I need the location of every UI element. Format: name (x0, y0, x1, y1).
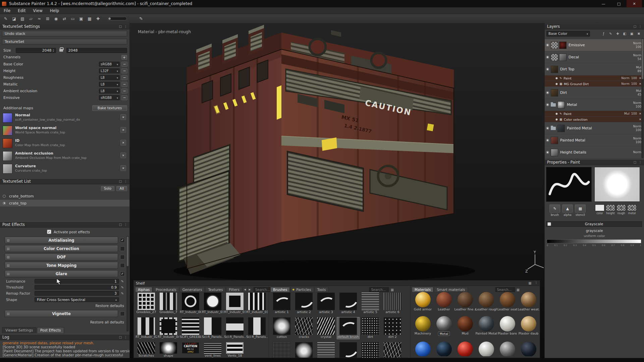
shelf-brush-item[interactable]: default brush (337, 317, 359, 339)
restore-all-defaults-button[interactable]: Restore all defaults (90, 320, 124, 324)
layer-visibility-toggle[interactable] (555, 113, 558, 115)
channel-format-select[interactable]: sRGB8 (99, 62, 120, 67)
grayscale-section-bar[interactable]: Grayscale (546, 221, 642, 227)
toolbar-icon[interactable]: ◪ (10, 15, 18, 22)
remove-effect-button[interactable] (639, 76, 641, 80)
size-spinner[interactable] (53, 49, 54, 52)
shelf-material-item[interactable] (476, 342, 497, 356)
channel-format-select[interactable]: sRGB8 (99, 95, 120, 100)
shelf-brush-item[interactable]: artistic 2 (293, 293, 315, 314)
panel-float-icon[interactable] (119, 223, 122, 226)
brush-stroke-preview[interactable] (546, 167, 592, 202)
shelf-material-item[interactable]: Leather weat... (518, 292, 539, 311)
shelf-alpha-item[interactable]: RT_Industr_042 (157, 317, 179, 339)
toolbar-icon[interactable]: ≈ (36, 15, 43, 22)
textureset-button[interactable]: TextureSet (2, 39, 127, 45)
shelf-material-item[interactable]: Plaster bare (497, 316, 518, 336)
remove-channel-button[interactable] (121, 82, 127, 87)
layer-row[interactable]: ▦ MG Ground Dirt Norm 100 (545, 81, 644, 86)
remove-channel-button[interactable] (121, 62, 127, 67)
map-entry[interactable]: Normal scifi_container_low_crate_top_nor… (0, 112, 129, 125)
shelf-material-item[interactable]: Mud (454, 316, 476, 336)
post-effects-scrollbar[interactable] (126, 236, 129, 331)
shelf-material-item[interactable] (433, 342, 454, 356)
shelf-alpha-item[interactable]: Sci-fi_Panels... (246, 317, 268, 339)
layer-visibility-toggle[interactable] (546, 68, 549, 71)
alpha-tool-button[interactable]: ▲ (562, 204, 573, 213)
clear-map-button[interactable] (120, 140, 126, 145)
textureset-list-header[interactable]: TextureSet List (0, 178, 129, 184)
scrollbar-thumb[interactable] (127, 237, 128, 266)
grayscale-checkbox[interactable] (547, 222, 551, 226)
shelf-brush-item[interactable] (337, 342, 359, 358)
channel-format-select[interactable]: L32F (99, 68, 120, 73)
grayscale-gradient-slider[interactable] (547, 239, 641, 243)
add-channel-button[interactable]: + (121, 55, 127, 60)
maximize-button[interactable]: □ (611, 0, 627, 7)
layer-action-icon[interactable]: ƒ (600, 31, 607, 37)
toolbar-icon[interactable]: ✚ (94, 15, 102, 22)
library-tab[interactable]: Generators (180, 287, 205, 292)
layer-row[interactable]: ✎ Paint Mul 100 (545, 111, 644, 116)
shelf-brush-item[interactable]: crystal (315, 317, 337, 339)
shelf-brush-item[interactable]: artistic 5 (359, 293, 381, 314)
post-effect-checkbox[interactable] (120, 272, 125, 276)
brush-alpha-preview[interactable] (594, 167, 640, 202)
textureset-visibility-icon[interactable] (3, 195, 6, 198)
material-tab[interactable]: Smart materials (434, 287, 468, 292)
layer-visibility-toggle[interactable] (555, 83, 558, 85)
shelf-alpha-item[interactable]: RT_Industr_005 (179, 293, 202, 314)
remove-channel-button[interactable] (121, 68, 127, 73)
material-tab[interactable]: Materials (412, 287, 433, 292)
textureset-visibility-icon[interactable] (3, 202, 6, 205)
textureset-item[interactable]: crate_top (0, 200, 129, 206)
layer-visibility-toggle[interactable] (546, 127, 549, 130)
panel-menu-icon[interactable] (639, 161, 642, 164)
color-channel-toggle[interactable] (595, 204, 604, 211)
post-effect-bar[interactable]: Antialiasing (5, 237, 118, 244)
channel-format-select[interactable]: L8 (99, 82, 120, 87)
menu-item[interactable]: Help (46, 7, 63, 14)
shelf-alpha-item[interactable]: SCIFI_GREEBL... (179, 317, 202, 339)
minimize-button[interactable]: — (596, 0, 611, 7)
shelf-material-item[interactable]: Machinery (412, 316, 433, 336)
edit-parameter-icon[interactable] (120, 286, 125, 289)
shelf-material-item[interactable]: Leather rough (476, 292, 497, 311)
layer-row[interactable]: Painted Metal Norm 100 (545, 134, 644, 146)
remove-effect-button[interactable] (639, 118, 641, 121)
toolbar-icon[interactable]: ▭ (69, 15, 76, 22)
properties-header[interactable]: Properties - Paint (545, 159, 644, 165)
stencil-tool-button[interactable]: ▩ (575, 204, 586, 213)
layer-row[interactable]: Height Details Norm (545, 146, 644, 158)
post-effect-bar[interactable]: DOF (5, 253, 118, 260)
post-effect-bar[interactable]: Glare (5, 270, 118, 277)
shelf-alpha-item[interactable]: RT_Industr_019 (246, 293, 268, 314)
clear-map-button[interactable] (120, 127, 126, 133)
brush-grid-view-icon[interactable] (390, 287, 394, 292)
shelf-menu-icon[interactable] (535, 281, 538, 286)
shelf-material-item[interactable] (518, 342, 539, 356)
shelf-material-item[interactable]: Plaster daub (518, 316, 539, 336)
post-effect-checkbox[interactable] (120, 255, 125, 259)
shelf-brush-item[interactable] (271, 342, 293, 358)
brush-edit-icon[interactable]: ✎ (139, 16, 143, 21)
remove-channel-button[interactable] (121, 75, 127, 80)
panel-float-icon[interactable] (119, 336, 122, 339)
shelf-material-item[interactable]: Leather (433, 292, 454, 311)
channel-selector-dropdown[interactable]: Base Color (546, 31, 590, 37)
toolbar-icon[interactable]: ⇄ (61, 15, 68, 22)
brush-tab[interactable]: Tools (315, 287, 329, 292)
size-linked-input[interactable]: 2048 (66, 48, 127, 53)
shelf-material-item[interactable] (412, 342, 433, 356)
layer-row[interactable]: ✎ Paint Norm 100 (545, 75, 644, 81)
panel-menu-icon[interactable] (124, 336, 127, 339)
panel-float-icon[interactable] (119, 180, 122, 183)
restore-defaults-button[interactable]: Restore defaults (95, 304, 124, 308)
shelf-brush-item[interactable]: artistic 1 (271, 293, 293, 314)
shelf-alpha-item[interactable]: Vents_18 (224, 342, 246, 358)
layer-action-icon[interactable]: ✚ (614, 31, 621, 37)
shape-select[interactable]: Filter Cross Screen Spectral (35, 297, 119, 302)
layers-header[interactable]: Layers (545, 23, 644, 29)
layer-row[interactable]: Metal Norm 100 (545, 99, 644, 111)
shelf-brush-item[interactable]: artistic 3 (315, 293, 337, 314)
